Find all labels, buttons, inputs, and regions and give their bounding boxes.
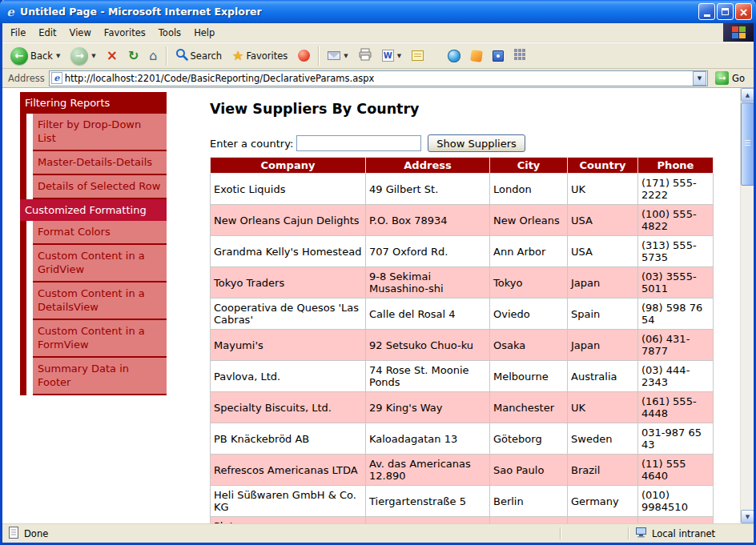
links-button[interactable] — [509, 45, 530, 67]
status-text: Done — [24, 528, 48, 539]
table-cell: (11) 555 4640 — [638, 455, 714, 486]
media-icon — [298, 50, 310, 62]
table-cell: Tokyo Traders — [211, 267, 366, 299]
sidebar-item[interactable]: Details of Selected Row — [33, 175, 167, 199]
sidebar-item[interactable]: Custom Content in a FormView — [33, 320, 167, 358]
home-button[interactable]: ⌂ — [144, 45, 162, 67]
edit-dropdown-icon: ▼ — [397, 53, 401, 59]
table-cell: 92 Setsuko Chuo-ku — [366, 330, 490, 361]
edit-button[interactable]: W ▼ — [377, 45, 406, 67]
zone-label: Local intranet — [652, 528, 715, 539]
country-form: Enter a country: Show Suppliers — [210, 134, 713, 152]
search-button[interactable]: Search — [171, 45, 227, 67]
sidebar-item[interactable]: Master-Details-Details — [33, 151, 167, 175]
back-label: Back — [30, 50, 53, 62]
vertical-scrollbar[interactable]: ▲ ▼ — [740, 88, 754, 523]
discuss-button[interactable] — [407, 45, 428, 67]
table-cell: Japan — [568, 267, 638, 299]
status-separator — [560, 527, 561, 539]
table-cell: Tiergartenstraße 5 — [366, 486, 490, 517]
back-button[interactable]: ← Back ▼ — [6, 45, 65, 67]
favorites-button[interactable]: ★ Favorites — [227, 45, 292, 67]
menu-item-tools[interactable]: Tools — [152, 24, 187, 42]
table-cell: (06) 431-7877 — [638, 330, 714, 361]
table-cell: London — [490, 174, 568, 205]
column-header: Country — [568, 158, 638, 174]
table-cell: USA — [568, 236, 638, 267]
column-header: Company — [211, 158, 366, 174]
close-button[interactable]: × — [735, 3, 752, 20]
minimize-button[interactable] — [698, 3, 715, 20]
table-cell: (069) — [638, 517, 714, 524]
table-cell: Sao Paulo — [490, 455, 568, 486]
sidebar-item[interactable]: Format Colors — [33, 221, 167, 245]
home-icon: ⌂ — [149, 50, 157, 62]
windows-flag-icon — [732, 26, 746, 38]
sidebar-item[interactable]: Filter by Drop-Down List — [33, 114, 167, 151]
toolbar-separator — [318, 46, 320, 66]
table-cell: (313) 555-5735 — [638, 236, 714, 267]
sidebar-nav: Filtering ReportsFilter by Drop-Down Lis… — [20, 92, 167, 395]
page-icon: e — [51, 72, 62, 84]
world-button[interactable] — [443, 45, 465, 67]
table-cell: Pavlova, Ltd. — [211, 361, 366, 392]
table-cell: Japan — [568, 330, 638, 361]
forward-button[interactable]: → ▼ — [66, 45, 100, 67]
refresh-icon: ↻ — [128, 50, 139, 62]
security-zone: Local intranet — [629, 527, 750, 540]
table-cell: Berlin — [490, 486, 568, 517]
table-cell: USA — [568, 205, 638, 236]
back-dropdown-icon: ▼ — [56, 53, 60, 59]
show-suppliers-button[interactable]: Show Suppliers — [428, 134, 525, 152]
table-row: Plutzer LebensmittelgroßmärkteBogenallee… — [211, 517, 714, 524]
table-cell: Melbourne — [490, 361, 568, 392]
status-message: Done — [6, 527, 560, 541]
refresh-button[interactable]: ↻ — [123, 45, 143, 67]
stop-button[interactable]: × — [102, 45, 123, 67]
url-input[interactable] — [65, 73, 690, 84]
table-row: Tokyo Traders9-8 Sekimai Musashino-shiTo… — [211, 267, 714, 299]
page-content: Filtering ReportsFilter by Drop-Down Lis… — [2, 88, 754, 523]
messenger-button[interactable] — [466, 45, 487, 67]
column-header: Address — [366, 158, 490, 174]
menu-item-favorites[interactable]: Favorites — [98, 24, 152, 42]
menu-item-file[interactable]: File — [4, 24, 32, 42]
scroll-thumb[interactable] — [741, 102, 754, 186]
sidebar-section-title[interactable]: Customized Formatting — [20, 199, 167, 221]
sidebar-section-title[interactable]: Filtering Reports — [20, 92, 167, 114]
back-icon: ← — [10, 47, 28, 65]
scroll-down-button[interactable]: ▼ — [741, 510, 754, 523]
mail-dropdown-icon: ▼ — [344, 53, 348, 59]
menu-items: FileEditViewFavoritesToolsHelp — [2, 23, 723, 42]
table-cell: P.O. Box 78934 — [366, 205, 490, 236]
world-icon — [448, 50, 460, 62]
maximize-button[interactable] — [717, 3, 734, 20]
table-cell: Tokyo — [490, 267, 568, 299]
menu-item-edit[interactable]: Edit — [32, 24, 62, 42]
table-row: Mayumi's92 Setsuko Chuo-kuOsakaJapan(06)… — [211, 330, 714, 361]
address-field[interactable]: e ▼ — [49, 70, 708, 86]
mail-button[interactable]: ▼ — [323, 45, 352, 67]
print-button[interactable] — [354, 45, 376, 67]
edit-in-word-icon: W — [382, 50, 394, 62]
sidebar-item[interactable]: Summary Data in Footer — [33, 358, 167, 395]
research-button[interactable] — [488, 45, 509, 67]
print-icon — [359, 48, 372, 64]
country-input[interactable] — [296, 135, 421, 151]
media-button[interactable] — [293, 45, 315, 67]
menu-item-help[interactable]: Help — [187, 24, 221, 42]
address-dropdown-button[interactable]: ▼ — [693, 71, 706, 86]
table-row: New Orleans Cajun DelightsP.O. Box 78934… — [211, 205, 714, 236]
menu-item-view[interactable]: View — [63, 24, 98, 42]
table-cell: (03) 3555-5011 — [638, 267, 714, 299]
table-cell: 9-8 Sekimai Musashino-shi — [366, 267, 490, 299]
sidebar-item[interactable]: Custom Content in a GridView — [33, 245, 167, 283]
page-icon-glyph: e — [54, 73, 59, 83]
sidebar-item[interactable]: Custom Content in a DetailsView — [33, 283, 167, 320]
scroll-up-button[interactable]: ▲ — [741, 88, 754, 102]
status-bar: Done Local intranet — [2, 523, 754, 543]
messenger-icon — [470, 50, 483, 62]
go-button[interactable]: → Go — [712, 71, 751, 85]
table-cell: (03) 444-2343 — [638, 361, 714, 392]
table-cell: (100) 555-4822 — [638, 205, 714, 236]
